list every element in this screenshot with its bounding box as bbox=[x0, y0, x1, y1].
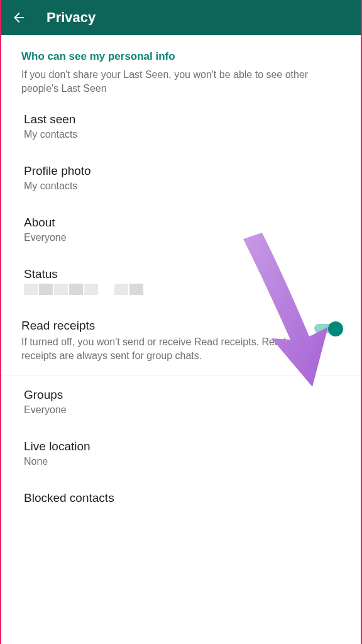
setting-profile-photo[interactable]: Profile photo My contacts bbox=[1, 152, 361, 203]
read-receipts-text: Read receipts If turned off, you won't s… bbox=[21, 319, 314, 362]
content-area: Who can see my personal info If you don'… bbox=[1, 35, 361, 510]
setting-last-seen[interactable]: Last seen My contacts bbox=[1, 100, 361, 152]
section-description: If you don't share your Last Seen, you w… bbox=[1, 68, 361, 100]
setting-title: Last seen bbox=[24, 113, 341, 126]
status-redacted-value bbox=[24, 284, 341, 295]
setting-title: Groups bbox=[24, 388, 341, 402]
setting-title: About bbox=[24, 216, 341, 230]
setting-live-location[interactable]: Live location None bbox=[1, 427, 361, 479]
setting-value: Everyone bbox=[24, 404, 341, 416]
setting-value: Everyone bbox=[24, 232, 341, 243]
back-arrow-icon[interactable] bbox=[11, 10, 26, 25]
setting-value: My contacts bbox=[24, 180, 341, 192]
setting-groups[interactable]: Groups Everyone bbox=[1, 375, 361, 427]
page-title: Privacy bbox=[47, 9, 96, 26]
setting-read-receipts[interactable]: Read receipts If turned off, you won't s… bbox=[1, 306, 361, 375]
setting-status[interactable]: Status bbox=[1, 255, 361, 306]
setting-value: None bbox=[24, 456, 341, 467]
setting-about[interactable]: About Everyone bbox=[1, 203, 361, 255]
section-heading: Who can see my personal info bbox=[1, 35, 361, 68]
setting-description: If turned off, you won't send or receive… bbox=[21, 335, 299, 362]
setting-title: Status bbox=[24, 267, 341, 281]
setting-value: My contacts bbox=[24, 129, 341, 140]
setting-title: Live location bbox=[24, 440, 341, 453]
read-receipts-toggle[interactable] bbox=[314, 321, 341, 335]
setting-title: Blocked contacts bbox=[24, 491, 341, 505]
setting-blocked-contacts[interactable]: Blocked contacts bbox=[1, 479, 361, 510]
toggle-thumb bbox=[328, 321, 343, 336]
setting-title: Profile photo bbox=[24, 164, 341, 178]
app-header: Privacy bbox=[1, 0, 361, 35]
setting-title: Read receipts bbox=[21, 319, 299, 333]
